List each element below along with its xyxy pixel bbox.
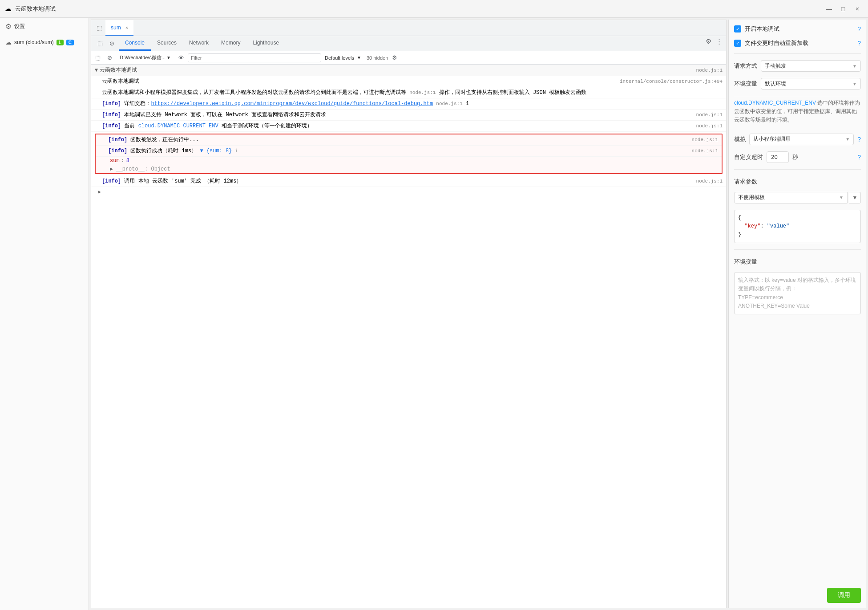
node-link-4[interactable]: node.js:1	[696, 111, 723, 119]
env-vars-label: 环境变量	[734, 258, 757, 266]
gear-icon: ⚙	[5, 22, 12, 31]
request-method-select[interactable]: 手动触发 ▼	[761, 60, 861, 72]
clear-console-btn[interactable]: ⊘	[105, 53, 114, 63]
console-section-header: ▼ 云函数本地调试 node.js:1	[91, 65, 726, 76]
tab-close-icon[interactable]: ×	[125, 25, 128, 30]
json-key-1: "key"	[744, 223, 760, 229]
json-editor[interactable]: { "key": "value" }	[734, 210, 861, 244]
console-after-highlight: [info] 调用 本地 云函数 'sum' 完成 （耗时 12ms） node…	[91, 176, 726, 187]
console-hl-text-2: [info] 函数执行成功（耗时 1ms） ▼ {sum: 8} ℹ	[108, 147, 690, 155]
ban-icon-btn[interactable]: ⊘	[106, 38, 117, 49]
auto-reload-row: ✓ 文件变更时自动重新加载 ?	[734, 39, 861, 47]
sidebar-item-sum[interactable]: ☁ sum (cloud/sum) L C	[0, 35, 89, 49]
timeout-help[interactable]: ?	[857, 154, 861, 161]
simulate-select[interactable]: 从小程序端调用 ▼	[749, 134, 854, 145]
enable-local-debug-row: ✓ 开启本地调试 ?	[734, 25, 861, 33]
title-bar: ☁ 云函数本地调试 — □ ×	[0, 0, 868, 18]
link-text-3[interactable]: https://developers.weixin.qq.com/minipro…	[151, 101, 433, 107]
eye-icon-btn[interactable]: 👁	[176, 53, 186, 63]
node-link-1[interactable]: internal/console/constructor.js:404	[620, 77, 723, 85]
sidebar-toggle-btn[interactable]: ⬚	[93, 53, 103, 63]
template-arrow: ▼	[839, 195, 844, 200]
devtools-tabs: ⬚ ⊘ Console Sources Network Memory Light…	[91, 36, 726, 51]
tab-sum[interactable]: sum ×	[105, 20, 133, 36]
path-dropdown[interactable]: D:\Wechatdev\微信... ▼	[118, 53, 173, 62]
right-panel: ✓ 开启本地调试 ? ✓ 文件变更时自动重新加载 ? 请求方式 手动触发 ▼ 环…	[728, 20, 866, 608]
obj-info-icon[interactable]: ℹ	[235, 148, 237, 154]
node-link-5[interactable]: node.js:1	[696, 122, 723, 130]
env-select[interactable]: 默认环境 ▼	[761, 78, 861, 89]
simulate-value: 从小程序端调用	[753, 135, 791, 143]
json-line-2: "key": "value"	[738, 222, 857, 231]
simulate-row: 模拟 从小程序端调用 ▼ ?	[734, 134, 861, 145]
filter-input[interactable]	[188, 53, 321, 62]
node-link-hl2[interactable]: node.js:1	[692, 147, 718, 155]
console-line-4: [info] 本地调试已支持 Network 面板，可以在 Network 面板…	[91, 110, 726, 121]
simulate-help[interactable]: ?	[857, 136, 861, 143]
request-method-arrow: ▼	[852, 64, 857, 69]
devtools-panel: ⬚ sum × ⬚ ⊘ Console Sources Network	[91, 20, 727, 608]
tab-sources-label: Sources	[157, 40, 177, 46]
env-label: 环境变量	[734, 80, 757, 88]
console-text-5: [info] 当前 cloud.DYNAMIC_CURRENT_ENV 相当于测…	[102, 122, 694, 130]
node-link-section[interactable]: node.js:1	[696, 68, 723, 73]
invoke-button[interactable]: 调用	[827, 588, 861, 603]
proto-arrow-icon[interactable]: ▶	[110, 166, 113, 172]
settings-icon-btn[interactable]: ⚙	[703, 36, 714, 47]
tab-sources[interactable]: Sources	[151, 36, 183, 51]
enable-debug-help[interactable]: ?	[857, 25, 861, 33]
obj-preview[interactable]: ▼ {sum: 8}	[200, 148, 232, 154]
json-line-3: }	[738, 231, 857, 239]
info-tag-hl1: [info]	[108, 137, 127, 143]
sidebar-left: ⚙ 设置 ☁ sum (cloud/sum) L C	[0, 18, 89, 610]
levels-dropdown[interactable]: Default levels ▼	[323, 54, 363, 61]
close-button[interactable]: ×	[851, 3, 864, 15]
console-highlight-line-2: [info] 函数执行成功（耗时 1ms） ▼ {sum: 8} ℹ node.…	[96, 146, 722, 157]
env-key-text: cloud.DYNAMIC_CURRENT_ENV	[734, 100, 816, 106]
divider-1	[734, 53, 861, 54]
sidebar-settings[interactable]: ⚙ 设置	[0, 18, 89, 35]
node-link-hl1[interactable]: node.js:1	[692, 136, 718, 144]
path-text: D:\Wechatdev\微信...	[120, 54, 166, 61]
main-area: ⬚ sum × ⬚ ⊘ Console Sources Network	[89, 18, 868, 610]
expand-arrow-icon[interactable]: ▶	[98, 190, 101, 195]
tab-console[interactable]: Console	[119, 36, 151, 51]
obj-key-sum: sum	[110, 158, 120, 164]
devtools-icon-group: ⬚ ⊘	[93, 36, 119, 51]
console-settings-btn[interactable]: ⚙	[390, 53, 400, 63]
simulate-label: 模拟	[734, 135, 746, 143]
enable-debug-checkbox[interactable]: ✓	[734, 25, 741, 33]
node-link-inline[interactable]: node.js:1	[409, 90, 436, 95]
params-label-row: 请求参数	[734, 176, 861, 186]
maximize-button[interactable]: □	[837, 3, 849, 15]
json-line-1: {	[738, 214, 857, 222]
auto-reload-checkbox[interactable]: ✓	[734, 40, 741, 47]
template-more-btn[interactable]: ▼	[849, 192, 861, 203]
template-select-row: 不使用模板 ▼ ▼	[734, 192, 861, 203]
json-val-1: "value"	[767, 223, 789, 229]
badge-c: C	[66, 40, 74, 45]
info-tag-3: [info]	[102, 101, 121, 107]
tab-lighthouse[interactable]: Lighthouse	[246, 36, 285, 51]
title-bar-left: ☁ 云函数本地调试	[4, 4, 56, 13]
auto-reload-help[interactable]: ?	[857, 40, 861, 47]
tab-memory[interactable]: Memory	[215, 36, 246, 51]
section-arrow[interactable]: ▼	[95, 67, 98, 73]
env-input-area[interactable]: 输入格式：以 key=value 对的格式输入，多个环境变量间以换行分隔，例： …	[734, 272, 861, 314]
env-placeholder-text: 输入格式：以 key=value 对的格式输入，多个环境变量间以换行分隔，例： …	[738, 276, 857, 310]
tab-network[interactable]: Network	[183, 36, 215, 51]
inspect-icon-tab[interactable]: ⬚	[93, 20, 105, 36]
obj-proto-line: ▶ __proto__: Object	[96, 165, 722, 173]
more-icon-btn[interactable]: ⋮	[714, 36, 724, 47]
timeout-input[interactable]	[767, 151, 789, 163]
info-tag-hl2: [info]	[108, 148, 127, 154]
levels-arrow-icon: ▼	[357, 55, 361, 60]
node-link-after[interactable]: node.js:1	[696, 177, 723, 185]
info-tag-5: [info]	[102, 123, 121, 129]
node-link-3[interactable]: node.js:1	[436, 101, 462, 106]
template-select[interactable]: 不使用模板 ▼	[734, 192, 848, 203]
obj-proto-text: __proto__: Object	[116, 166, 170, 172]
minimize-button[interactable]: —	[823, 3, 835, 15]
params-label: 请求参数	[734, 178, 757, 186]
cursor-icon-btn[interactable]: ⬚	[95, 38, 105, 49]
